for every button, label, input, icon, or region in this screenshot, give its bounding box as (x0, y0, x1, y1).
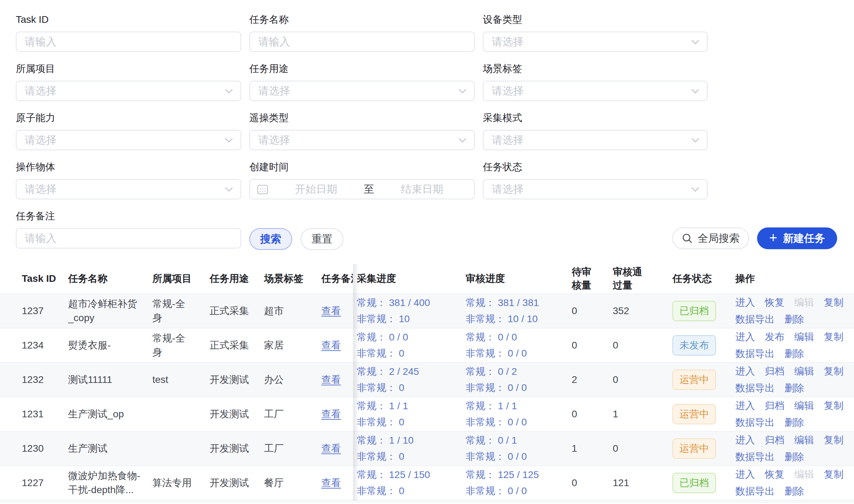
action-enter-link[interactable]: 进入 (735, 432, 755, 448)
chevron-down-icon (225, 187, 233, 192)
view-note-link[interactable]: 查看 (321, 443, 341, 454)
action-edit-link[interactable]: 编辑 (794, 364, 814, 379)
task-status-select[interactable]: 请选择 (483, 179, 708, 199)
cell-review-progress: 常规： 0 / 2非常规： 0 / 0 (462, 365, 568, 395)
action-export-link[interactable]: 数据导出 (735, 415, 775, 430)
action-copy-link[interactable]: 复制 (824, 364, 843, 379)
view-note-link[interactable]: 查看 (321, 305, 341, 316)
action-copy-link[interactable]: 复制 (824, 295, 843, 310)
next-row-sliver (0, 500, 854, 503)
cell-collect-progress: 常规： 2 / 245非常规： 0 (353, 365, 462, 395)
col-task-id: Task ID (0, 272, 68, 286)
cell-task-name: 熨烫衣服- (68, 338, 152, 352)
scene-tag-select[interactable]: 请选择 (483, 81, 708, 101)
action-copy-link[interactable]: 复制 (824, 432, 843, 448)
device-type-select[interactable]: 请选择 (483, 32, 708, 52)
cell-operations: 进入归档编辑复制数据导出删除 (728, 364, 854, 396)
col-note: 任务备注 (321, 272, 353, 286)
action-enter-link[interactable]: 进入 (735, 467, 755, 482)
new-task-label: 新建任务 (783, 231, 825, 246)
chevron-down-icon (225, 138, 233, 143)
col-pending-count: 待审 核量 (568, 265, 603, 292)
action-copy-link[interactable]: 复制 (824, 398, 843, 413)
object-field: 操作物体 请选择 (16, 161, 241, 199)
teleop-type-select[interactable]: 请选择 (249, 130, 475, 150)
action-restore-link[interactable]: 恢复 (765, 295, 784, 310)
view-note-link[interactable]: 查看 (321, 340, 341, 351)
global-search-button[interactable]: 全局搜索 (672, 227, 749, 249)
view-note-link[interactable]: 查看 (321, 374, 341, 385)
start-date-placeholder[interactable]: 开始日期 (270, 182, 362, 197)
action-archive-link[interactable]: 归档 (765, 364, 784, 379)
new-task-button[interactable]: + 新建任务 (757, 227, 837, 249)
action-delete-link[interactable]: 删除 (784, 449, 804, 465)
task-name-input[interactable]: 请输入 (249, 32, 475, 52)
reset-button[interactable]: 重置 (301, 228, 343, 250)
review-regular: 常规： 0 / 1 (466, 433, 568, 447)
cell-scene: 办公 (264, 373, 321, 387)
cell-status: 运营中 (648, 404, 728, 424)
view-note-link[interactable]: 查看 (321, 477, 341, 488)
action-export-link[interactable]: 数据导出 (735, 380, 775, 396)
cell-collect-progress: 常规： 0 / 0非常规： 0 (353, 330, 462, 360)
filter-label: 遥操类型 (249, 112, 475, 124)
review-irregular: 非常规： 0 / 0 (466, 381, 568, 395)
action-copy-link[interactable]: 复制 (824, 467, 843, 482)
action-delete-link[interactable]: 删除 (784, 380, 804, 396)
cell-operations: 进入发布编辑复制数据导出删除 (728, 329, 854, 362)
action-export-link[interactable]: 数据导出 (735, 312, 775, 327)
end-date-placeholder[interactable]: 结束日期 (376, 182, 468, 197)
action-delete-link[interactable]: 删除 (784, 312, 804, 327)
project-select[interactable]: 请选择 (16, 81, 241, 101)
select-placeholder: 请选择 (492, 133, 524, 147)
collect-regular: 常规： 381 / 400 (357, 296, 462, 310)
collect-irregular: 非常规： 10 (357, 312, 462, 326)
cell-note: 查看 (321, 373, 353, 387)
toolbar-right: 全局搜索 + 新建任务 (672, 227, 837, 249)
create-time-range[interactable]: 开始日期 至 结束日期 (249, 179, 475, 199)
select-placeholder: 请选择 (25, 84, 57, 98)
action-restore-link[interactable]: 恢复 (765, 467, 784, 482)
object-select[interactable]: 请选择 (16, 179, 241, 199)
action-enter-link[interactable]: 进入 (735, 329, 755, 345)
table-header: Task ID 任务名称 所属项目 任务用途 场景标签 任务备注 采集进度 审核… (0, 264, 854, 293)
action-enter-link[interactable]: 进入 (735, 364, 755, 379)
review-irregular: 非常规： 0 / 0 (466, 346, 568, 360)
action-delete-link[interactable]: 删除 (784, 484, 804, 499)
action-enter-link[interactable]: 进入 (735, 295, 755, 310)
collect-irregular: 非常规： 0 (357, 450, 462, 464)
action-delete-link[interactable]: 删除 (784, 346, 804, 362)
cell-task-id: 1230 (0, 442, 68, 456)
view-note-link[interactable]: 查看 (321, 409, 341, 419)
cell-pending-count: 2 (568, 373, 603, 386)
atomic-capability-select[interactable]: 请选择 (16, 130, 241, 150)
action-archive-link[interactable]: 归档 (765, 432, 784, 448)
purpose-select[interactable]: 请选择 (249, 81, 475, 101)
collect-mode-select[interactable]: 请选择 (483, 130, 708, 150)
select-placeholder: 请选择 (258, 84, 290, 98)
action-export-link[interactable]: 数据导出 (735, 484, 775, 499)
search-button[interactable]: 搜索 (249, 228, 292, 250)
action-edit-link[interactable]: 编辑 (794, 329, 814, 345)
task-remark-field: 任务备注 请输入 (16, 210, 241, 248)
global-search-label: 全局搜索 (698, 231, 740, 246)
action-edit-link[interactable]: 编辑 (794, 398, 814, 413)
action-delete-link[interactable]: 删除 (784, 415, 804, 430)
action-archive-link[interactable]: 归档 (765, 398, 784, 413)
action-copy-link[interactable]: 复制 (824, 329, 843, 345)
chevron-down-icon (691, 187, 699, 192)
action-edit-link[interactable]: 编辑 (794, 432, 814, 448)
task-id-input[interactable]: 请输入 (16, 32, 241, 52)
action-export-link[interactable]: 数据导出 (735, 346, 775, 362)
filter-label: 操作物体 (16, 161, 241, 173)
cell-note: 查看 (321, 442, 353, 456)
action-enter-link[interactable]: 进入 (735, 398, 755, 413)
cell-task-id: 1231 (0, 407, 68, 421)
cell-purpose: 正式采集 (210, 338, 264, 352)
action-export-link[interactable]: 数据导出 (735, 449, 775, 465)
action-publish-link[interactable]: 发布 (765, 329, 784, 345)
select-placeholder: 请选择 (492, 35, 524, 49)
review-irregular: 非常规： 0 / 0 (466, 450, 568, 464)
task-remark-input[interactable]: 请输入 (16, 228, 241, 248)
cell-pending-count: 0 (568, 304, 603, 318)
